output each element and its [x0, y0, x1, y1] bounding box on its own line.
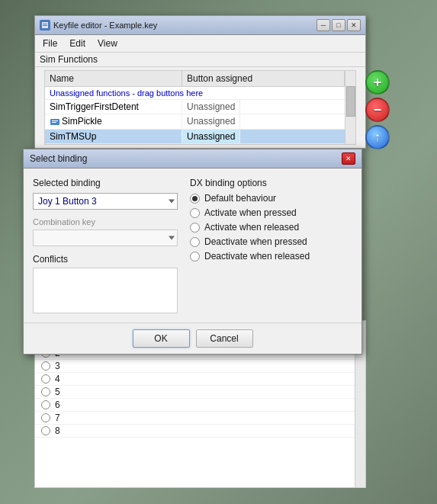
radio-label-activate-pressed: Activate when pressed — [204, 207, 297, 218]
dx-radio-group: Default behaviour Activate when pressed … — [190, 193, 352, 262]
window-icon — [40, 20, 50, 30]
cancel-button[interactable]: Cancel — [196, 329, 253, 348]
table-header: Name Button assigned — [45, 71, 345, 87]
table-main: Name Button assigned Unassigned function… — [45, 71, 345, 144]
table-row[interactable]: SimPickle Unassigned — [45, 114, 345, 130]
scrollbar-thumb[interactable] — [346, 86, 355, 117]
list-item: 3 — [35, 360, 365, 373]
list-label-5: 5 — [55, 387, 60, 397]
list-item: 8 — [35, 425, 365, 438]
dialog-left-panel: Selected binding Joy 1 Button 3 Combinat… — [33, 178, 178, 313]
binding-dropdown-wrapper: Joy 1 Button 3 — [33, 193, 178, 210]
menu-view[interactable]: View — [95, 37, 120, 50]
combination-key-label: Combination key — [33, 217, 178, 226]
list-radio-8[interactable] — [41, 426, 50, 435]
list-item: 6 — [35, 399, 365, 412]
add-button[interactable]: + — [365, 70, 390, 95]
main-window: Keyfile editor - Example.key ─ □ ✕ File … — [34, 15, 366, 149]
radio-label-activate-released: Activate when released — [204, 222, 299, 233]
menubar: File Edit View — [35, 35, 365, 53]
main-window-title: Keyfile editor - Example.key — [53, 21, 157, 30]
svg-rect-4 — [52, 120, 58, 121]
dialog-title: Select binding — [30, 153, 87, 164]
group-header-text: Unassigned functions - drag buttons here — [45, 87, 345, 99]
dialog-close-button[interactable]: ✕ — [342, 152, 355, 165]
list-radio-6[interactable] — [41, 400, 50, 409]
radio-label-default: Default behaviour — [204, 193, 276, 204]
binding-dropdown[interactable]: Joy 1 Button 3 — [33, 193, 178, 210]
svg-rect-1 — [43, 24, 47, 24]
list-label-6: 6 — [55, 400, 60, 410]
combo-key-wrapper — [33, 230, 178, 246]
remove-button[interactable]: − — [365, 98, 390, 122]
list-radio-4[interactable] — [41, 374, 50, 384]
table-group-header: Unassigned functions - drag buttons here — [45, 87, 345, 100]
list-label-4: 4 — [55, 374, 60, 384]
radio-circle-deactivate-pressed — [190, 237, 200, 247]
list-label-7: 7 — [55, 413, 60, 423]
col-header-button: Button assigned — [182, 71, 345, 86]
row-button-0: Unassigned — [182, 100, 240, 114]
action-buttons: + − ↑ — [365, 70, 390, 149]
conflicts-box — [33, 268, 178, 313]
list-label-8: 8 — [55, 425, 60, 436]
titlebar-left: Keyfile editor - Example.key — [40, 20, 157, 30]
up-button[interactable]: ↑ — [365, 125, 390, 149]
list-item: 4 — [35, 373, 365, 386]
dx-options-label: DX binding options — [190, 178, 352, 188]
radio-deactivate-released[interactable]: Deactivate when released — [190, 251, 352, 262]
col-header-name: Name — [45, 71, 182, 86]
radio-activate-released[interactable]: Activate when released — [190, 222, 352, 233]
sim-functions-label: Sim Functions — [35, 53, 365, 67]
selected-binding-label: Selected binding — [33, 178, 178, 188]
row-button-1: Unassigned — [182, 114, 240, 129]
row-button-2: Unassigned — [182, 130, 240, 143]
list-radio-7[interactable] — [41, 413, 50, 422]
combo-key-dropdown[interactable] — [33, 230, 178, 246]
table-scrollbar[interactable] — [345, 71, 355, 144]
functions-table: Name Button assigned Unassigned function… — [44, 70, 356, 145]
dialog-footer: OK Cancel — [24, 323, 361, 354]
radio-label-deactivate-released: Deactivate when released — [204, 251, 310, 262]
minimize-button[interactable]: ─ — [317, 19, 330, 31]
list-item: 7 — [35, 412, 365, 425]
radio-circle-activate-pressed — [190, 208, 200, 218]
radio-circle-default — [190, 194, 200, 204]
menu-file[interactable]: File — [40, 37, 60, 50]
list-radio-3[interactable] — [41, 361, 50, 371]
row-name-0: SimTriggerFirstDetent — [45, 100, 182, 114]
dialog-titlebar: Select binding ✕ — [24, 149, 361, 169]
radio-deactivate-pressed[interactable]: Deactivate when pressed — [190, 236, 352, 247]
radio-label-deactivate-pressed: Deactivate when pressed — [204, 236, 307, 247]
list-label-3: 3 — [55, 361, 60, 371]
list-radio-5[interactable] — [41, 387, 50, 396]
maximize-button[interactable]: □ — [332, 19, 345, 31]
radio-default[interactable]: Default behaviour — [190, 193, 352, 204]
radio-circle-activate-released — [190, 223, 200, 233]
conflicts-label: Conflicts — [33, 254, 178, 265]
list-item: 5 — [35, 386, 365, 399]
table-row[interactable]: SimTriggerFirstDetent Unassigned — [45, 100, 345, 114]
dialog-body: Selected binding Joy 1 Button 3 Combinat… — [24, 169, 361, 323]
row-name-1: SimPickle — [45, 114, 182, 129]
close-button[interactable]: ✕ — [347, 19, 361, 31]
ok-button[interactable]: OK — [133, 329, 190, 348]
select-binding-dialog: Select binding ✕ Selected binding Joy 1 … — [23, 149, 362, 355]
svg-rect-5 — [52, 122, 56, 123]
dialog-right-panel: DX binding options Default behaviour Act… — [190, 178, 352, 313]
table-row[interactable]: SimTMSUp Unassigned — [45, 130, 345, 144]
svg-rect-2 — [43, 25, 47, 26]
radio-circle-deactivate-released — [190, 252, 200, 262]
radio-activate-pressed[interactable]: Activate when pressed — [190, 207, 352, 218]
main-titlebar: Keyfile editor - Example.key ─ □ ✕ — [35, 16, 365, 35]
titlebar-buttons: ─ □ ✕ — [317, 19, 361, 31]
row-name-2: SimTMSUp — [45, 130, 182, 143]
menu-edit[interactable]: Edit — [66, 37, 88, 50]
